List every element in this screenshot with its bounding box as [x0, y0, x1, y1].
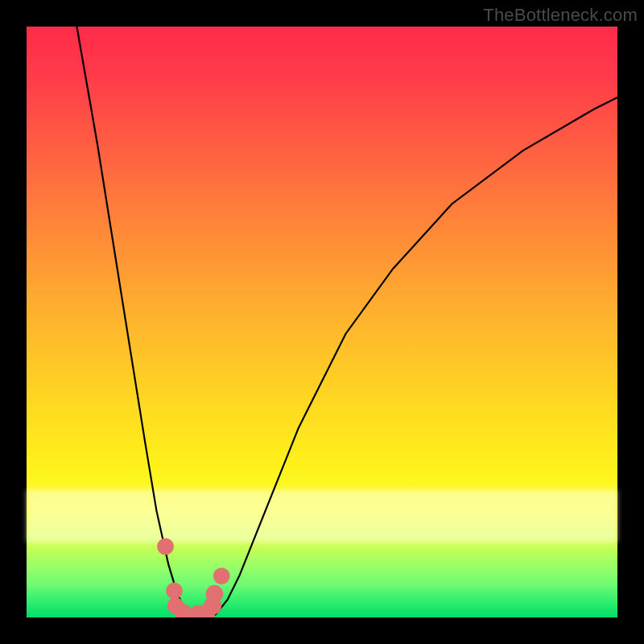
watermark-text: TheBottleneck.com: [483, 5, 638, 26]
outer-frame: TheBottleneck.com: [0, 0, 644, 644]
chart-svg: [27, 27, 617, 617]
marker-dot: [206, 585, 224, 603]
bottleneck-curve: [76, 27, 617, 617]
curve-markers: [157, 539, 230, 618]
marker-dot: [157, 539, 174, 555]
marker-dot: [213, 568, 230, 584]
marker-dot: [166, 583, 183, 600]
